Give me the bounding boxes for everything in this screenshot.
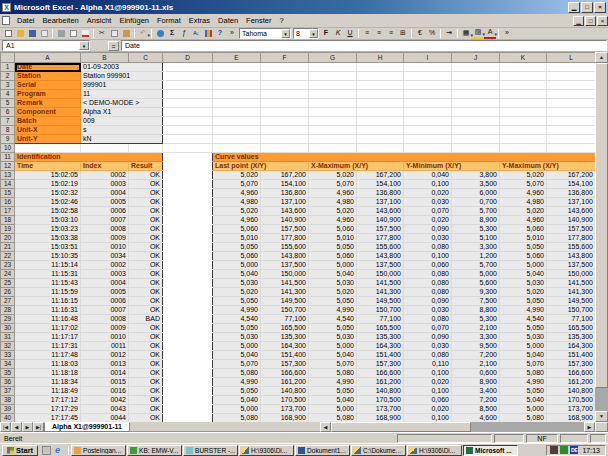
time-cell[interactable]: 15:02:58 [15,207,81,216]
value-cell[interactable]: 141,500 [547,279,596,288]
menu-hilfe[interactable]: ? [276,14,288,27]
cell[interactable] [163,234,213,243]
cell[interactable] [309,99,357,108]
time-cell[interactable]: 11:15:31 [15,270,81,279]
value-cell[interactable]: 0,030 [404,234,452,243]
time-cell[interactable]: 11:16:48 [15,315,81,324]
value-cell[interactable]: 3,500 [452,180,500,189]
col-header-index[interactable]: Index [81,162,129,171]
info-label[interactable]: Remark [15,99,81,108]
value-cell[interactable]: 155,600 [547,243,596,252]
row-header-23[interactable]: 23 [1,261,15,270]
cell[interactable] [213,72,261,81]
value-cell[interactable]: 150,700 [357,306,404,315]
row-header-14[interactable]: 14 [1,180,15,189]
row-header-12[interactable]: 12 [1,162,15,171]
cell[interactable] [163,189,213,198]
menu-extras[interactable]: Extras [185,14,214,27]
value-cell[interactable]: 5,040 [309,396,357,405]
time-cell[interactable]: 15:03:10 [15,216,81,225]
taskbar-task[interactable]: C:\Dokume... [351,445,406,456]
row-header-22[interactable]: 22 [1,252,15,261]
select-all-corner[interactable] [1,53,15,63]
value-cell[interactable]: 4,540 [500,315,547,324]
cell[interactable] [404,99,452,108]
cell[interactable] [163,306,213,315]
cell[interactable] [452,81,500,90]
scroll-right-button[interactable]: ▶ [584,422,595,432]
cell[interactable] [163,414,213,423]
index-cell[interactable]: 0009 [81,234,129,243]
value-cell[interactable]: 143,800 [261,252,309,261]
value-cell[interactable]: 155,600 [261,243,309,252]
result-cell[interactable]: OK [129,180,163,189]
value-cell[interactable]: 154,100 [547,180,596,189]
value-cell[interactable]: 149,500 [261,297,309,306]
row-header-32[interactable]: 32 [1,342,15,351]
value-cell[interactable]: 135,300 [261,333,309,342]
value-cell[interactable]: 2,100 [452,324,500,333]
time-cell[interactable]: 11:18:34 [15,378,81,387]
value-cell[interactable]: 2,100 [452,360,500,369]
index-cell[interactable]: 0044 [81,414,129,423]
value-cell[interactable]: 5,080 [309,414,357,423]
bold-icon[interactable]: F [320,28,332,39]
value-cell[interactable]: 165,500 [357,324,404,333]
value-cell[interactable]: 155,600 [357,243,404,252]
time-cell[interactable]: 15:03:51 [15,243,81,252]
cell[interactable] [404,63,452,72]
result-cell[interactable]: OK [129,252,163,261]
info-label[interactable]: Unit-X [15,126,81,135]
cell[interactable] [163,261,213,270]
cell[interactable] [500,63,547,72]
cell[interactable] [547,144,596,153]
value-cell[interactable]: 77,100 [357,315,404,324]
font-name-combo[interactable]: Tahoma ▾ [239,28,291,39]
value-cell[interactable]: 167,200 [357,171,404,180]
value-cell[interactable]: 5,030 [309,279,357,288]
info-value[interactable]: 999901 [81,81,163,90]
row-header-38[interactable]: 38 [1,396,15,405]
time-cell[interactable]: 11:17:31 [15,342,81,351]
cell[interactable] [261,81,309,90]
value-cell[interactable]: 5,060 [309,252,357,261]
menu-bearbeiten[interactable]: Bearbeiten [39,14,83,27]
value-cell[interactable]: 5,050 [500,243,547,252]
row-header-25[interactable]: 25 [1,279,15,288]
info-label[interactable]: Batch [15,117,81,126]
vertical-scroll-thumb[interactable] [595,63,608,388]
cell[interactable] [261,108,309,117]
print-icon[interactable] [55,28,67,39]
value-cell[interactable]: 140,900 [547,216,596,225]
time-cell[interactable]: 11:15:43 [15,279,81,288]
value-cell[interactable]: 0,020 [404,405,452,414]
cell[interactable] [163,243,213,252]
value-cell[interactable]: 3,300 [452,243,500,252]
value-cell[interactable]: 4,960 [500,189,547,198]
result-cell[interactable]: OK [129,396,163,405]
index-cell[interactable]: 0010 [81,243,129,252]
info-value[interactable]: 01-09-2003 [81,63,163,72]
cell[interactable] [163,144,213,153]
restore-button[interactable]: □ [581,2,593,13]
cell[interactable] [163,153,213,162]
value-cell[interactable]: 5,080 [309,369,357,378]
cell[interactable] [15,144,81,153]
value-cell[interactable]: 168,900 [357,414,404,423]
cell[interactable] [452,126,500,135]
underline-icon[interactable]: U [344,28,356,39]
value-cell[interactable]: 7,200 [452,396,500,405]
cell[interactable] [452,117,500,126]
value-cell[interactable]: 5,080 [500,414,547,423]
cell[interactable] [547,81,596,90]
column-header-E[interactable]: E [213,53,261,63]
cell[interactable] [309,81,357,90]
value-cell[interactable]: 166,600 [547,369,596,378]
menu-format[interactable]: Format [153,14,185,27]
value-cell[interactable]: 5,060 [213,252,261,261]
value-cell[interactable]: 0,080 [404,351,452,360]
column-header-B[interactable]: B [81,53,129,63]
cell[interactable] [404,126,452,135]
info-value[interactable]: 11 [81,90,163,99]
cell[interactable] [163,369,213,378]
